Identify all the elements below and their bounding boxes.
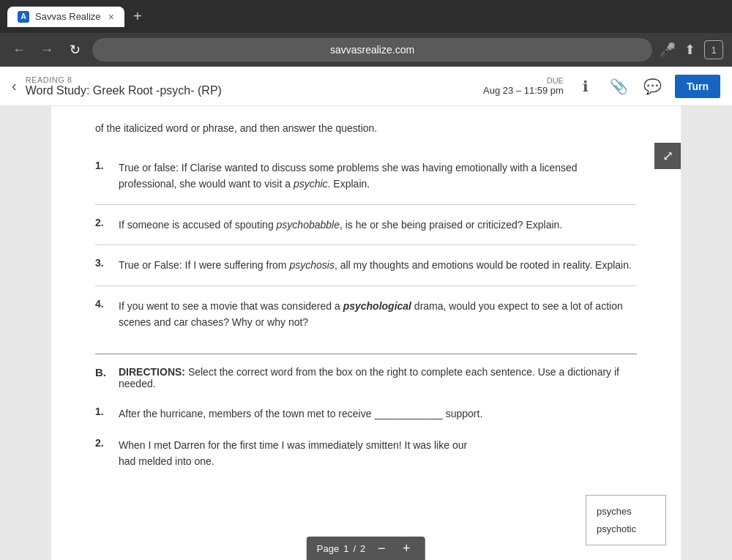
question-number: 2. [95, 437, 110, 449]
page-bar: Page 1 / 2 − + [307, 537, 425, 560]
turn-in-button[interactable]: Turn [675, 75, 720, 98]
section-b-item: 2. When I met Darren for the first time … [95, 430, 637, 477]
section-b-header: B. DIRECTIONS: Select the correct word f… [95, 366, 637, 389]
header-title-area: READING 8 Word Study: Greek Root -psych-… [26, 75, 474, 97]
page-current: 1 [343, 543, 348, 554]
due-date: Aug 23 – 11:59 pm [483, 85, 564, 96]
section-b: B. DIRECTIONS: Select the correct word f… [95, 366, 637, 477]
due-info: DUE Aug 23 – 11:59 pm [483, 76, 564, 96]
questions-list: 1. True or false: If Clarise wanted to d… [95, 148, 637, 342]
page-separator: / [353, 543, 356, 554]
section-b-questions: 1. After the hurricane, members of the t… [95, 398, 637, 477]
question-item: 3. True or False: If I were suffering fr… [95, 245, 637, 285]
comment-button[interactable]: 💬 [641, 75, 665, 98]
question-number: 3. [95, 257, 110, 269]
reading-label: READING 8 [26, 75, 474, 84]
attachment-button[interactable]: 📎 [608, 75, 631, 98]
intro-text: of the italicized word or phrase, and th… [95, 121, 637, 136]
tab-favicon: A [18, 11, 29, 23]
directions-text: Select the correct word from the box on … [119, 366, 619, 389]
due-label: DUE [483, 76, 564, 85]
back-button[interactable]: ‹ [12, 78, 17, 94]
content-area: ⤢ of the italicized word or phrase, and … [0, 106, 732, 560]
word-box-item: psyches [597, 503, 655, 520]
share-icon[interactable]: ⬆ [684, 42, 695, 58]
app-header: ‹ READING 8 Word Study: Greek Root -psyc… [0, 67, 732, 106]
question-text: If you went to see a movie that was cons… [119, 298, 637, 331]
profile-counter[interactable]: 1 [704, 40, 723, 59]
browser-chrome: A Savvas Realize × + [0, 0, 732, 33]
directions-label: DIRECTIONS: [119, 366, 185, 378]
header-right: DUE Aug 23 – 11:59 pm ℹ 📎 💬 Turn [483, 75, 720, 98]
question-text: After the hurricane, members of the town… [119, 406, 482, 422]
expand-button[interactable]: ⤢ [654, 143, 681, 169]
question-number: 2. [95, 217, 110, 228]
section-b-title: DIRECTIONS: Select the correct word from… [119, 366, 637, 389]
browser-tab[interactable]: A Savvas Realize × [7, 7, 124, 27]
nav-refresh-button[interactable]: ↻ [64, 42, 85, 58]
browser-toolbar-right: 🎤 ⬆ 1 [660, 40, 723, 59]
tab-title: Savvas Realize [35, 11, 101, 22]
question-number: 4. [95, 298, 110, 310]
section-divider [95, 354, 637, 354]
question-item: 1. True or false: If Clarise wanted to d… [95, 148, 637, 205]
address-bar-row: ← → ↻ savvasrealize.com 🎤 ⬆ 1 [0, 33, 732, 67]
nav-forward-button[interactable]: → [37, 42, 57, 58]
question-text: When I met Darren for the first time I w… [119, 437, 467, 470]
url-text: savvasrealize.com [330, 44, 414, 56]
page-title: Word Study: Greek Root -psych- (RP) [26, 84, 474, 97]
question-text: True or false: If Clarise wanted to disc… [119, 160, 637, 193]
word-box-item: psychotic [597, 520, 655, 537]
question-number: 1. [95, 406, 110, 417]
microphone-icon[interactable]: 🎤 [660, 42, 676, 58]
zoom-out-button[interactable]: − [373, 541, 390, 556]
question-item: 4. If you went to see a movie that was c… [95, 286, 637, 343]
question-text: True or False: If I were suffering from … [119, 257, 632, 273]
question-item: 2. If someone is accused of spouting psy… [95, 205, 637, 245]
word-box: psyches psychotic [586, 495, 666, 545]
section-b-item: 1. After the hurricane, members of the t… [95, 398, 637, 429]
page-container: ⤢ of the italicized word or phrase, and … [51, 106, 681, 560]
nav-back-button[interactable]: ← [9, 42, 29, 58]
question-number: 1. [95, 160, 110, 171]
tab-close-button[interactable]: × [108, 11, 114, 23]
section-b-letter: B. [95, 366, 113, 378]
new-tab-button[interactable]: + [133, 8, 142, 25]
page-indicator: Page 1 / 2 [317, 543, 365, 554]
page-total: 2 [360, 543, 365, 554]
address-bar[interactable]: savvasrealize.com [92, 38, 652, 61]
zoom-in-button[interactable]: + [397, 541, 415, 556]
question-text: If someone is accused of spouting psycho… [119, 217, 562, 233]
info-button[interactable]: ℹ [574, 75, 597, 98]
page-label: Page [317, 543, 339, 554]
